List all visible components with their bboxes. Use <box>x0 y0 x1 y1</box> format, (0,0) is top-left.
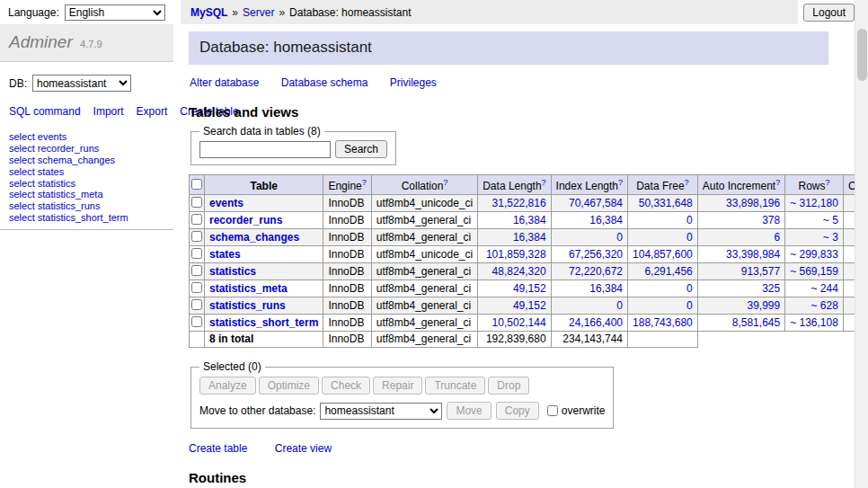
rows-link[interactable]: ~ 312,180 <box>790 197 838 209</box>
index-length-link[interactable]: 24,166,400 <box>569 316 623 329</box>
data-free-link[interactable]: 188,743,680 <box>633 316 693 329</box>
data-length-link[interactable]: 48,824,320 <box>492 265 546 278</box>
index-length-link[interactable]: 70,467,584 <box>569 197 623 209</box>
data-free-link[interactable]: 50,331,648 <box>639 197 693 209</box>
auto-increment-link[interactable]: 33,898,196 <box>726 197 780 209</box>
sidebar-table-link[interactable]: select schema_changes <box>9 155 164 166</box>
data-free-link[interactable]: 104,857,600 <box>633 248 693 261</box>
row-checkbox[interactable] <box>191 214 202 225</box>
db-select[interactable]: homeassistant <box>32 75 131 92</box>
data-length-link[interactable]: 16,384 <box>513 214 546 226</box>
data-length-link[interactable]: 10,502,144 <box>492 316 546 329</box>
index-length-link[interactable]: 16,384 <box>589 282 623 295</box>
data-length-link[interactable]: 49,152 <box>513 299 546 312</box>
bulk-action-button[interactable]: Optimize <box>259 377 319 395</box>
alter-database-link[interactable]: Alter database <box>190 76 259 89</box>
sidebar-table-link[interactable]: select states <box>9 166 164 178</box>
overwrite-checkbox[interactable] <box>547 405 558 416</box>
rows-link[interactable]: ~ 569,159 <box>790 265 838 278</box>
data-length-link[interactable]: 31,522,816 <box>492 197 546 209</box>
doc-link[interactable]: ? <box>542 178 546 187</box>
data-length-link[interactable]: 16,384 <box>513 231 546 244</box>
privileges-link[interactable]: Privileges <box>390 76 437 89</box>
data-length-link[interactable]: 49,152 <box>513 282 546 295</box>
adminer-logo[interactable]: Adminer <box>9 32 73 51</box>
bulk-action-button[interactable]: Analyze <box>199 377 256 395</box>
index-length-link[interactable]: 72,220,672 <box>569 265 623 278</box>
logout-button[interactable]: Logout <box>803 4 855 22</box>
row-checkbox[interactable] <box>191 265 202 276</box>
bulk-action-button[interactable]: Repair <box>373 377 422 395</box>
auto-increment-link[interactable]: 325 <box>762 282 780 295</box>
doc-link[interactable]: ? <box>362 178 367 187</box>
rows-link[interactable]: ~ 628 <box>811 299 838 312</box>
bulk-action-button[interactable]: Truncate <box>425 377 485 395</box>
auto-increment-link[interactable]: 8,581,645 <box>732 316 780 329</box>
breadcrumb-server-link[interactable]: Server <box>243 6 274 19</box>
rows-link[interactable]: ~ 244 <box>811 282 838 295</box>
table-name-link[interactable]: statistics <box>209 265 256 278</box>
database-schema-link[interactable]: Database schema <box>281 76 368 89</box>
rows-link[interactable]: ~ 3 <box>823 231 838 244</box>
rows-link[interactable]: ~ 299,833 <box>790 248 838 261</box>
table-name-link[interactable]: events <box>209 197 244 209</box>
data-free-link[interactable]: 0 <box>686 214 693 226</box>
sidebar-table-link[interactable]: select recorder_runs <box>9 143 164 155</box>
index-length-link[interactable]: 0 <box>616 231 623 244</box>
data-length-link[interactable]: 101,859,328 <box>486 248 546 261</box>
auto-increment-link[interactable]: 378 <box>762 214 780 226</box>
doc-link[interactable]: ? <box>826 178 830 187</box>
bulk-action-button[interactable]: Drop <box>488 377 529 395</box>
move-db-select[interactable]: homeassistant <box>320 403 442 420</box>
row-checkbox[interactable] <box>191 231 202 242</box>
search-input[interactable] <box>199 141 331 158</box>
copy-button[interactable]: Copy <box>496 402 539 420</box>
breadcrumb-mysql-link[interactable]: MySQL <box>190 6 227 19</box>
index-length-link[interactable]: 67,256,320 <box>569 248 623 261</box>
move-button[interactable]: Move <box>447 402 491 420</box>
doc-link[interactable]: ? <box>443 178 447 187</box>
data-free-link[interactable]: 0 <box>686 299 693 312</box>
create-table-link[interactable]: Create table <box>189 442 247 455</box>
data-free-link[interactable]: 6,291,456 <box>644 265 692 278</box>
sidebar-table-link[interactable]: select statistics <box>9 178 164 190</box>
sidebar-table-link[interactable]: select statistics_runs <box>9 200 164 212</box>
table-name-link[interactable]: statistics_runs <box>209 299 286 312</box>
row-checkbox[interactable] <box>191 248 202 259</box>
search-button[interactable]: Search <box>335 140 387 158</box>
rows-link[interactable]: ~ 136,108 <box>790 316 838 329</box>
data-free-link[interactable]: 0 <box>686 231 693 244</box>
auto-increment-link[interactable]: 913,577 <box>741 265 780 278</box>
auto-increment-link[interactable]: 6 <box>774 231 780 244</box>
row-checkbox[interactable] <box>191 197 202 208</box>
doc-link[interactable]: ? <box>685 178 689 187</box>
select-all-checkbox[interactable] <box>191 179 202 190</box>
sidebar-table-link[interactable]: select statistics_meta <box>9 189 164 200</box>
sidebar-table-link[interactable]: select events <box>9 131 164 143</box>
row-checkbox[interactable] <box>191 316 202 327</box>
auto-increment-link[interactable]: 39,999 <box>747 299 780 312</box>
bulk-action-button[interactable]: Check <box>322 377 370 395</box>
table-name-link[interactable]: recorder_runs <box>209 214 282 226</box>
create-view-link[interactable]: Create view <box>275 442 332 455</box>
index-length-link[interactable]: 0 <box>616 299 623 312</box>
index-length-link[interactable]: 16,384 <box>589 214 623 226</box>
table-name-link[interactable]: schema_changes <box>209 231 299 244</box>
table-name-link[interactable]: statistics_meta <box>209 282 288 295</box>
language-select[interactable]: English <box>65 4 165 21</box>
table-name-link[interactable]: statistics_short_term <box>209 316 318 329</box>
doc-link[interactable]: ? <box>775 178 780 187</box>
row-checkbox[interactable] <box>191 299 202 310</box>
rows-link[interactable]: ~ 5 <box>823 214 838 226</box>
doc-link[interactable]: ? <box>618 178 623 187</box>
sidebar-link[interactable]: Import <box>93 105 124 118</box>
table-name-link[interactable]: states <box>209 248 241 261</box>
data-free-link[interactable]: 0 <box>686 282 693 295</box>
sidebar-link[interactable]: SQL command <box>9 105 81 118</box>
sidebar-table-link[interactable]: select statistics_short_term <box>9 212 164 224</box>
auto-increment-link[interactable]: 33,398,984 <box>726 248 780 261</box>
row-checkbox[interactable] <box>191 282 202 293</box>
scrollbar-thumb[interactable] <box>857 29 867 81</box>
scrollbar[interactable] <box>855 0 868 488</box>
sidebar-link[interactable]: Export <box>137 105 168 118</box>
